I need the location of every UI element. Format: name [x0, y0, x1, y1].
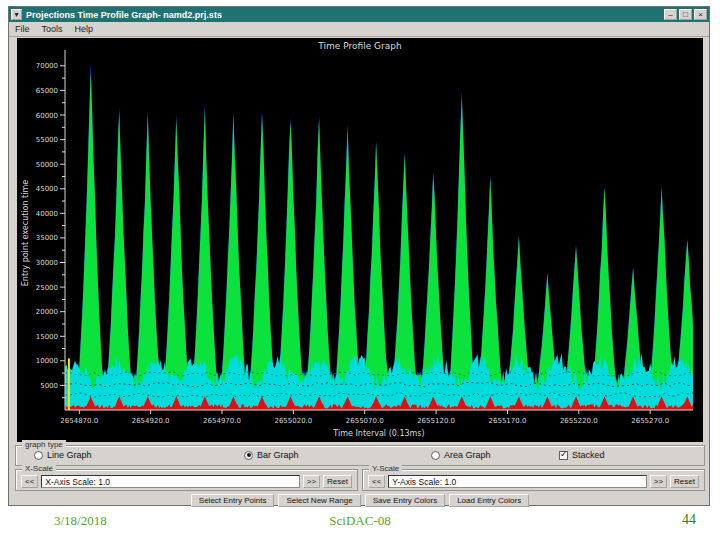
svg-text:Time Interval (0.13ms): Time Interval (0.13ms)	[332, 429, 424, 438]
menu-bar: File Tools Help	[9, 22, 709, 37]
radio-line-graph[interactable]: Line Graph	[34, 450, 92, 460]
svg-text:2655020.0: 2655020.0	[274, 417, 312, 425]
svg-text:60000: 60000	[36, 112, 58, 120]
checkbox-icon	[559, 451, 568, 460]
menu-file[interactable]: File	[15, 24, 30, 34]
window-title: Projections Time Profile Graph- namd2.pr…	[26, 10, 222, 20]
radio-area-graph-label: Area Graph	[444, 450, 491, 460]
svg-text:2655170.0: 2655170.0	[489, 417, 527, 425]
y-scale-label: Y-Scale	[369, 464, 402, 474]
y-scale-field[interactable]	[388, 475, 646, 488]
x-scale-panel: X-Scale << >> Reset	[15, 469, 358, 491]
svg-text:2655270.0: 2655270.0	[631, 417, 669, 425]
select-entry-points-button[interactable]: Select Entry Points	[191, 494, 275, 507]
slide-venue: SciDAC-08	[329, 513, 390, 529]
svg-text:2655220.0: 2655220.0	[560, 417, 598, 425]
svg-text:5000: 5000	[40, 382, 58, 390]
svg-text:70000: 70000	[36, 62, 58, 70]
radio-icon	[244, 451, 253, 460]
svg-text:10000: 10000	[36, 357, 58, 365]
x-scale-decrease-button[interactable]: <<	[21, 475, 38, 488]
graph-type-panel: graph type Line Graph Bar Graph Area Gra…	[15, 445, 705, 466]
graph-type-label: graph type	[22, 440, 66, 450]
svg-text:40000: 40000	[36, 210, 58, 218]
maximize-button[interactable]: □	[679, 9, 692, 20]
chart-svg: 5000100001500020000250003000035000400004…	[17, 38, 703, 442]
x-scale-increase-button[interactable]: >>	[303, 475, 320, 488]
radio-area-graph[interactable]: Area Graph	[431, 450, 491, 460]
bottom-button-row: Select Entry Points Select New Range Sav…	[9, 494, 711, 507]
window-menu-icon[interactable]: ▾	[11, 9, 22, 20]
title-bar[interactable]: ▾ Projections Time Profile Graph- namd2.…	[9, 7, 709, 22]
svg-text:35000: 35000	[36, 234, 58, 242]
svg-text:2655070.0: 2655070.0	[346, 417, 384, 425]
svg-text:Time Profile Graph: Time Profile Graph	[317, 41, 401, 51]
radio-icon	[34, 451, 43, 460]
x-scale-field[interactable]	[41, 475, 299, 488]
minimize-button[interactable]: –	[664, 9, 677, 20]
svg-text:25000: 25000	[36, 284, 58, 292]
svg-text:2654970.0: 2654970.0	[203, 417, 241, 425]
svg-text:2655120.0: 2655120.0	[417, 417, 455, 425]
window-controls: – □ ×	[664, 9, 707, 20]
checkbox-stacked[interactable]: Stacked	[559, 450, 605, 460]
svg-text:65000: 65000	[36, 87, 58, 95]
svg-text:15000: 15000	[36, 333, 58, 341]
save-entry-colors-button[interactable]: Save Entry Colors	[365, 494, 445, 507]
y-scale-increase-button[interactable]: >>	[650, 475, 667, 488]
y-scale-panel: Y-Scale << >> Reset	[362, 469, 705, 491]
x-scale-label: X-Scale	[22, 464, 56, 474]
radio-bar-graph[interactable]: Bar Graph	[244, 450, 299, 460]
y-scale-reset-button[interactable]: Reset	[670, 475, 699, 488]
slide-date: 3/18/2018	[54, 513, 107, 529]
app-window: ▾ Projections Time Profile Graph- namd2.…	[8, 6, 710, 506]
x-scale-reset-button[interactable]: Reset	[323, 475, 352, 488]
menu-help[interactable]: Help	[75, 24, 94, 34]
svg-text:20000: 20000	[36, 308, 58, 316]
checkbox-stacked-label: Stacked	[572, 450, 605, 460]
slide-canvas: { "slide": { "date": "3/18/2018", "venue…	[0, 0, 720, 540]
radio-bar-graph-label: Bar Graph	[257, 450, 299, 460]
svg-text:45000: 45000	[36, 185, 58, 193]
svg-text:Entry point execution time: Entry point execution time	[21, 180, 30, 286]
select-new-range-button[interactable]: Select New Range	[278, 494, 360, 507]
radio-line-graph-label: Line Graph	[47, 450, 92, 460]
svg-text:50000: 50000	[36, 161, 58, 169]
svg-text:55000: 55000	[36, 136, 58, 144]
slide-footer: 3/18/2018 SciDAC-08 44	[0, 511, 720, 537]
svg-text:30000: 30000	[36, 259, 58, 267]
time-profile-chart[interactable]: 5000100001500020000250003000035000400004…	[17, 38, 703, 442]
close-button[interactable]: ×	[694, 9, 707, 20]
radio-icon	[431, 451, 440, 460]
svg-text:2654920.0: 2654920.0	[132, 417, 170, 425]
svg-text:2654870.0: 2654870.0	[60, 417, 98, 425]
menu-tools[interactable]: Tools	[42, 24, 63, 34]
y-scale-decrease-button[interactable]: <<	[368, 475, 385, 488]
slide-page-number: 44	[682, 512, 696, 528]
load-entry-colors-button[interactable]: Load Entry Colors	[449, 494, 529, 507]
